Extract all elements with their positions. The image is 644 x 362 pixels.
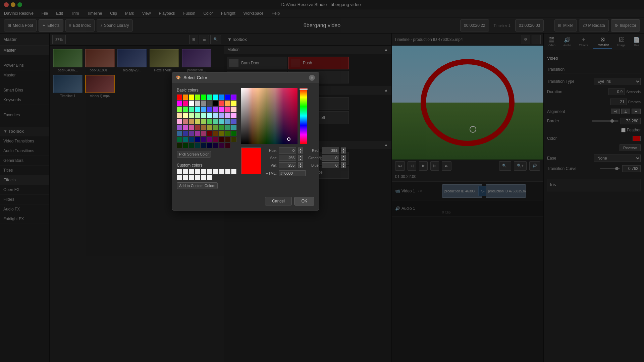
val-input[interactable] <box>279 162 296 168</box>
gradient-map[interactable] <box>241 88 298 144</box>
basic-color-16[interactable] <box>213 101 218 106</box>
basic-color-54[interactable] <box>201 125 206 130</box>
basic-color-48[interactable] <box>225 119 230 124</box>
basic-color-55[interactable] <box>207 125 212 130</box>
basic-color-40[interactable] <box>177 119 182 124</box>
basic-color-63[interactable] <box>195 131 200 136</box>
basic-color-41[interactable] <box>183 119 188 124</box>
custom-cell-12[interactable] <box>183 175 188 180</box>
basic-color-21[interactable] <box>183 107 188 112</box>
basic-color-71[interactable] <box>183 137 188 142</box>
basic-color-60[interactable] <box>177 131 182 136</box>
red-down[interactable]: ▼ <box>341 150 346 154</box>
basic-color-17[interactable] <box>219 101 224 106</box>
basic-color-33[interactable] <box>195 113 200 118</box>
basic-color-66[interactable] <box>213 131 218 136</box>
custom-cell-2[interactable] <box>183 169 188 174</box>
basic-color-47[interactable] <box>219 119 224 124</box>
basic-color-79[interactable] <box>231 137 236 142</box>
blue-input[interactable] <box>322 162 339 168</box>
basic-color-67[interactable] <box>219 131 224 136</box>
basic-color-36[interactable] <box>213 113 218 118</box>
custom-cell-16[interactable] <box>207 175 212 180</box>
basic-color-11[interactable] <box>183 101 188 106</box>
sat-spinner[interactable]: ▲ ▼ <box>298 155 303 161</box>
custom-cell-8[interactable] <box>219 169 224 174</box>
hue-strip[interactable] <box>300 88 307 144</box>
basic-color-42[interactable] <box>189 119 194 124</box>
custom-cell-4[interactable] <box>195 169 200 174</box>
basic-color-75[interactable] <box>207 137 212 142</box>
basic-color-0[interactable] <box>177 95 182 100</box>
basic-color-53[interactable] <box>195 125 200 130</box>
custom-cell-5[interactable] <box>201 169 206 174</box>
basic-color-44[interactable] <box>201 119 206 124</box>
green-up[interactable]: ▲ <box>341 155 346 158</box>
ok-btn[interactable]: OK <box>294 197 314 205</box>
basic-color-69[interactable] <box>231 131 236 136</box>
basic-color-74[interactable] <box>201 137 206 142</box>
basic-color-15[interactable] <box>207 101 212 106</box>
basic-color-7[interactable] <box>219 95 224 100</box>
basic-color-29[interactable] <box>231 107 236 112</box>
basic-color-4[interactable] <box>201 95 206 100</box>
basic-color-51[interactable] <box>183 125 188 130</box>
blue-up[interactable]: ▲ <box>341 162 346 165</box>
green-spinner[interactable]: ▲ ▼ <box>341 155 346 161</box>
val-up[interactable]: ▲ <box>298 162 303 165</box>
custom-cell-14[interactable] <box>195 175 200 180</box>
basic-color-9[interactable] <box>231 95 236 100</box>
basic-color-52[interactable] <box>189 125 194 130</box>
custom-cell-1[interactable] <box>177 169 182 174</box>
basic-color-5[interactable] <box>207 95 212 100</box>
basic-color-8[interactable] <box>225 95 230 100</box>
red-input[interactable] <box>322 147 339 154</box>
basic-color-19[interactable] <box>231 101 236 106</box>
basic-color-37[interactable] <box>219 113 224 118</box>
hue-down[interactable]: ▼ <box>298 150 303 154</box>
custom-cell-10[interactable] <box>231 169 236 174</box>
basic-color-80[interactable] <box>177 143 182 148</box>
basic-color-45[interactable] <box>207 119 212 124</box>
html-input[interactable] <box>279 170 306 176</box>
basic-color-50[interactable] <box>177 125 182 130</box>
basic-color-64[interactable] <box>201 131 206 136</box>
basic-color-59[interactable] <box>231 125 236 130</box>
basic-color-73[interactable] <box>195 137 200 142</box>
basic-color-30[interactable] <box>177 113 182 118</box>
basic-color-38[interactable] <box>225 113 230 118</box>
basic-color-2[interactable] <box>189 95 194 100</box>
blue-spinner[interactable]: ▲ ▼ <box>341 162 346 168</box>
dialog-close-button[interactable]: ✕ <box>309 75 315 81</box>
red-up[interactable]: ▲ <box>341 147 346 150</box>
basic-color-20[interactable] <box>177 107 182 112</box>
basic-color-68[interactable] <box>225 131 230 136</box>
basic-color-34[interactable] <box>201 113 206 118</box>
sat-input[interactable] <box>279 155 296 161</box>
basic-color-84[interactable] <box>201 143 206 148</box>
basic-color-35[interactable] <box>207 113 212 118</box>
basic-color-3[interactable] <box>195 95 200 100</box>
basic-color-1[interactable] <box>183 95 188 100</box>
custom-cell-13[interactable] <box>189 175 194 180</box>
basic-color-32[interactable] <box>189 113 194 118</box>
basic-color-57[interactable] <box>219 125 224 130</box>
sat-down[interactable]: ▼ <box>298 158 303 161</box>
blue-down[interactable]: ▼ <box>341 165 346 168</box>
basic-color-23[interactable] <box>195 107 200 112</box>
basic-color-14[interactable] <box>201 101 206 106</box>
basic-color-12[interactable] <box>189 101 194 106</box>
green-input[interactable] <box>322 155 339 161</box>
custom-cell-11[interactable] <box>177 175 182 180</box>
basic-color-22[interactable] <box>189 107 194 112</box>
basic-color-56[interactable] <box>213 125 218 130</box>
basic-color-88[interactable] <box>225 143 230 148</box>
green-down[interactable]: ▼ <box>341 158 346 161</box>
basic-color-76[interactable] <box>213 137 218 142</box>
hue-spinner[interactable]: ▲ ▼ <box>298 147 303 154</box>
custom-cell-15[interactable] <box>201 175 206 180</box>
custom-cell-3[interactable] <box>189 169 194 174</box>
custom-cell-7[interactable] <box>213 169 218 174</box>
val-spinner[interactable]: ▲ ▼ <box>298 162 303 168</box>
basic-color-10[interactable] <box>177 101 182 106</box>
